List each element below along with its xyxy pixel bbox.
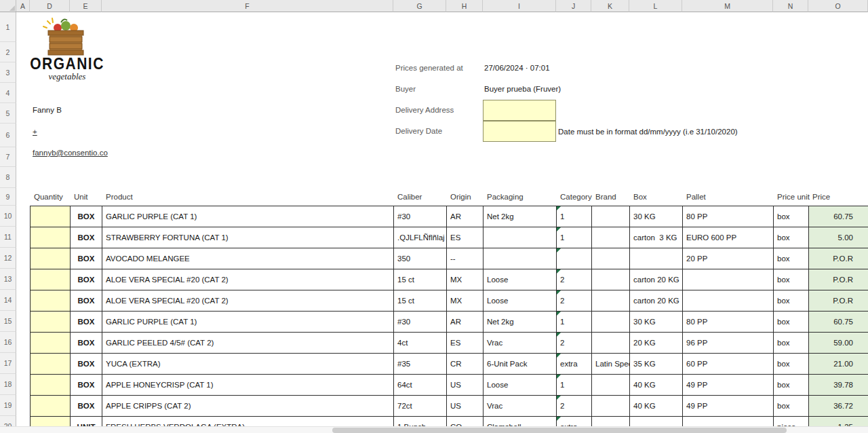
date-format-note: Date must be in format dd/mm/yyyy (i.e 3… bbox=[558, 127, 738, 136]
column-title-pallet: Pallet bbox=[682, 188, 773, 206]
cell-packaging bbox=[484, 227, 557, 248]
row-header-15[interactable]: 15 bbox=[0, 311, 16, 332]
column-header-I[interactable]: I bbox=[483, 0, 556, 12]
cell-pallet: 96 PP bbox=[683, 333, 774, 354]
row-header-1[interactable]: 1 bbox=[0, 12, 16, 42]
cell-origin: MX bbox=[447, 290, 484, 312]
row-header-17[interactable]: 17 bbox=[0, 353, 16, 374]
row-header-19[interactable]: 19 bbox=[0, 395, 16, 416]
cell-box: 30 KG bbox=[630, 312, 683, 333]
row-header-13[interactable]: 13 bbox=[0, 269, 16, 290]
column-header-G[interactable]: G bbox=[393, 0, 446, 12]
row-header-9[interactable]: 9 bbox=[0, 188, 16, 206]
column-header-N[interactable]: N bbox=[773, 0, 808, 12]
column-header-A[interactable]: A bbox=[16, 0, 30, 12]
cell-category: 1 bbox=[557, 206, 592, 227]
cell-unit: BOX bbox=[71, 375, 102, 396]
cell-price_unit: box bbox=[774, 312, 809, 333]
cell-product: GARLIC PURPLE (CAT 1) bbox=[102, 206, 394, 227]
prices-generated-label: Prices generated at bbox=[395, 63, 463, 73]
cell-product: ALOE VERA SPECIAL #20 (CAT 2) bbox=[102, 290, 394, 312]
row-header-6[interactable]: 6 bbox=[0, 124, 16, 147]
cell-quantity[interactable] bbox=[31, 333, 71, 354]
expand-link[interactable]: + bbox=[33, 127, 37, 136]
cell-packaging: Vrac bbox=[484, 333, 557, 354]
cell-brand bbox=[592, 375, 630, 396]
select-all-corner[interactable] bbox=[0, 0, 16, 12]
row-header-3[interactable]: 3 bbox=[0, 62, 16, 83]
delivery-date-input[interactable] bbox=[483, 121, 556, 142]
column-header-J[interactable]: J bbox=[556, 0, 591, 12]
cell-quantity[interactable] bbox=[31, 290, 71, 312]
row-header-4[interactable]: 4 bbox=[0, 83, 16, 103]
row-header-5[interactable]: 5 bbox=[0, 103, 16, 124]
cell-price: P.O.R bbox=[809, 290, 868, 312]
row-header-2[interactable]: 2 bbox=[0, 42, 16, 62]
column-title-box: Box bbox=[629, 188, 682, 206]
table-row: BOXGARLIC PURPLE (CAT 1)#30ARNet 2kg130 … bbox=[31, 206, 868, 227]
cell-pallet bbox=[683, 269, 774, 290]
column-header-O[interactable]: O bbox=[808, 0, 868, 12]
cell-quantity[interactable] bbox=[31, 227, 71, 248]
row-header-11[interactable]: 11 bbox=[0, 227, 16, 248]
cell-unit: BOX bbox=[71, 269, 102, 290]
cell-caliber: 15 ct bbox=[394, 290, 447, 312]
cell-quantity[interactable] bbox=[31, 396, 71, 417]
column-header-D[interactable]: D bbox=[30, 0, 70, 12]
cell-price_unit: box bbox=[774, 206, 809, 227]
column-title-price_unit: Price unit bbox=[773, 188, 808, 206]
cell-product: YUCA (EXTRA) bbox=[102, 354, 394, 375]
column-title-quantity: Quantity bbox=[30, 188, 70, 206]
column-title-price: Price bbox=[808, 188, 868, 206]
column-header-K[interactable]: K bbox=[591, 0, 629, 12]
cell-caliber: 72ct bbox=[394, 396, 447, 417]
cell-product: AVOCADO MELANGEE bbox=[102, 248, 394, 269]
cell-caliber: #30 bbox=[394, 206, 447, 227]
row-header-14[interactable]: 14 bbox=[0, 290, 16, 311]
table-row: BOXAPPLE CRIPPS (CAT 2)72ctUSVrac240 KG4… bbox=[31, 396, 868, 417]
cell-origin: AR bbox=[447, 206, 484, 227]
cell-packaging: Net 2kg bbox=[484, 312, 557, 333]
cell-quantity[interactable] bbox=[31, 206, 71, 227]
cell-unit: BOX bbox=[71, 248, 102, 269]
cell-price: 59.00 bbox=[809, 333, 868, 354]
row-header-8[interactable]: 8 bbox=[0, 167, 16, 188]
cell-brand bbox=[592, 312, 630, 333]
cell-unit: BOX bbox=[71, 354, 102, 375]
column-title-packaging: Packaging bbox=[483, 188, 556, 206]
cell-pallet: 20 PP bbox=[683, 248, 774, 269]
order-table-body: BOXGARLIC PURPLE (CAT 1)#30ARNet 2kg130 … bbox=[30, 206, 868, 433]
column-header-E[interactable]: E bbox=[70, 0, 102, 12]
column-header-H[interactable]: H bbox=[446, 0, 483, 12]
cell-packaging: Loose bbox=[484, 375, 557, 396]
cell-quantity[interactable] bbox=[31, 269, 71, 290]
row-header-12[interactable]: 12 bbox=[0, 248, 16, 269]
cell-quantity[interactable] bbox=[31, 312, 71, 333]
column-header-L[interactable]: L bbox=[629, 0, 682, 12]
delivery-address-input[interactable] bbox=[483, 100, 556, 121]
column-title-category: Category bbox=[556, 188, 591, 206]
cell-unit: BOX bbox=[71, 396, 102, 417]
vegetable-crate-icon bbox=[39, 16, 92, 57]
scrollbar-thumb[interactable] bbox=[332, 428, 787, 433]
row-header-16[interactable]: 16 bbox=[0, 332, 16, 353]
column-header-F[interactable]: F bbox=[102, 0, 393, 12]
cell-quantity[interactable] bbox=[31, 354, 71, 375]
logo-title: ORGANIC bbox=[27, 55, 107, 73]
cell-unit: BOX bbox=[71, 333, 102, 354]
cell-unit: BOX bbox=[71, 227, 102, 248]
table-row: BOXAVOCADO MELANGEE350--20 PPboxP.O.R bbox=[31, 248, 868, 269]
row-header-7[interactable]: 7 bbox=[0, 147, 16, 167]
cell-unit: BOX bbox=[71, 312, 102, 333]
cell-product: GARLIC PEELED 4/5# (CAT 2) bbox=[102, 333, 394, 354]
cell-price_unit: box bbox=[774, 396, 809, 417]
contact-email-link[interactable]: fannyb@consentio.co bbox=[33, 148, 108, 157]
horizontal-scrollbar[interactable] bbox=[0, 426, 868, 433]
row-header-10[interactable]: 10 bbox=[0, 206, 16, 227]
row-header-18[interactable]: 18 bbox=[0, 374, 16, 395]
cell-brand bbox=[592, 227, 630, 248]
cell-quantity[interactable] bbox=[31, 248, 71, 269]
cell-quantity[interactable] bbox=[31, 375, 71, 396]
column-header-M[interactable]: M bbox=[682, 0, 773, 12]
sheet-content: ORGANIC vegetables Fanny B + fannyb@cons… bbox=[0, 0, 868, 433]
